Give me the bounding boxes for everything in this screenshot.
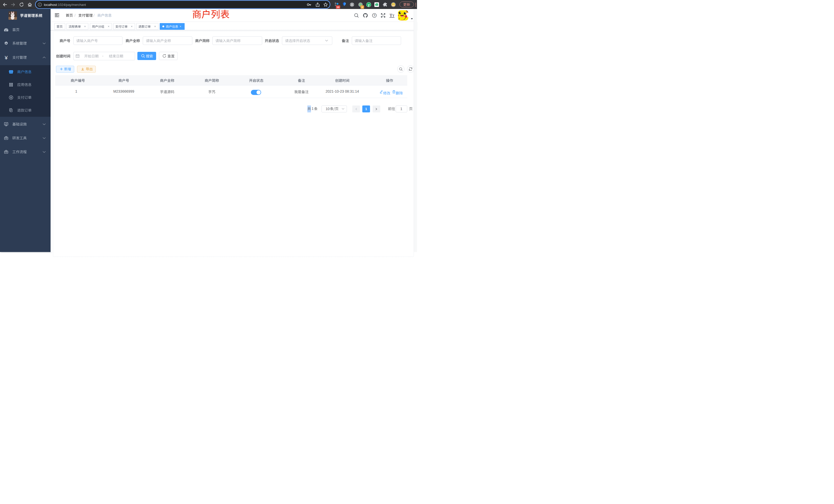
svg-text:?: ? <box>374 14 375 17</box>
svg-text:T: T <box>392 14 394 18</box>
svg-text:¥: ¥ <box>4 55 8 61</box>
svg-text:T: T <box>390 13 392 18</box>
svg-text:y: y <box>368 3 370 6</box>
